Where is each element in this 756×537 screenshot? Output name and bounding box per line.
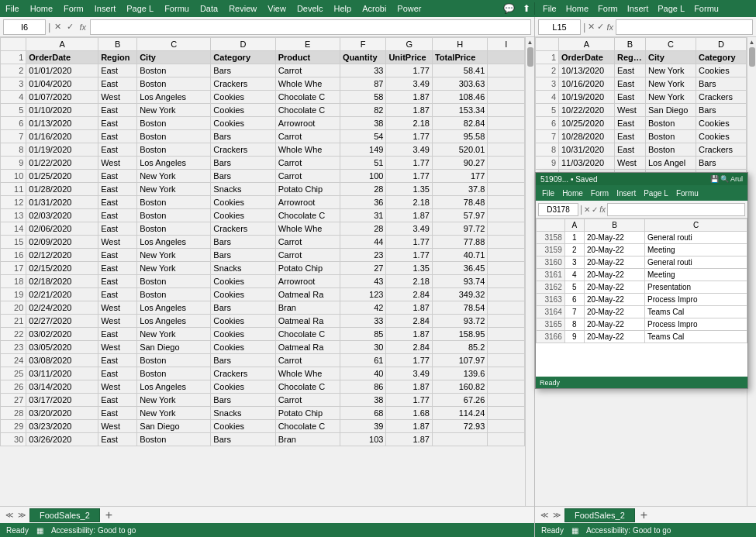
menu-view[interactable]: View xyxy=(262,2,292,15)
cell-ref-box-left[interactable] xyxy=(3,19,46,35)
table-row[interactable]: 18 02/18/2020 East Boston Cookies Arrowr… xyxy=(1,275,525,288)
view-icon-r[interactable]: ▦ xyxy=(571,526,578,535)
win-table-row[interactable]: 3159 2 20-May-22 Meeting xyxy=(537,244,747,256)
menu-r-home[interactable]: Home xyxy=(561,2,593,15)
win-table-row[interactable]: 3160 3 20-May-22 General routi xyxy=(537,256,747,269)
menu-r-file[interactable]: File xyxy=(538,2,561,15)
menu-file[interactable]: File xyxy=(0,2,25,15)
table-row[interactable]: 25 03/11/2020 East Boston Crackers Whole… xyxy=(1,367,525,380)
win-table-row[interactable]: 3162 5 20-May-22 Presentation xyxy=(537,281,747,294)
menu-r-form[interactable]: Form xyxy=(593,2,623,15)
table-row[interactable]: 30 03/26/2020 East Boston Bars Bran 103 … xyxy=(1,433,525,446)
second-window-search-icon[interactable]: 🔍 xyxy=(719,175,730,183)
cell-ref-box-right[interactable] xyxy=(538,19,581,35)
table-row[interactable]: 27 03/17/2020 East New York Bars Carrot … xyxy=(1,394,525,407)
cancel-icon[interactable]: ✕ xyxy=(53,22,63,32)
scroll-thumb-right[interactable] xyxy=(749,47,755,67)
table-row[interactable]: 12 01/31/2020 East Boston Cookies Arrowr… xyxy=(1,196,525,209)
win-cell-ref[interactable] xyxy=(538,203,578,216)
table-row[interactable]: 2 01/01/2020 East Boston Bars Carrot 33 … xyxy=(1,64,525,77)
menu-develc[interactable]: Develc xyxy=(292,2,329,15)
table-row[interactable]: 5 01/10/2020 East New York Cookies Choco… xyxy=(1,104,525,117)
menu-acrobi[interactable]: Acrobi xyxy=(357,2,392,15)
table-row[interactable]: 22 03/02/2020 East New York Cookies Choc… xyxy=(1,328,525,341)
scroll-up-arrow[interactable]: ▲ xyxy=(527,39,533,46)
view-normal-icon[interactable]: ▦ xyxy=(36,526,43,535)
win-table-row[interactable]: 3163 6 20-May-22 Process Impro xyxy=(537,294,747,306)
table-row-right[interactable]: 5 10/22/2020 West San Diego Bars xyxy=(536,104,747,117)
win-table-row[interactable]: 3164 7 20-May-22 Teams Cal xyxy=(537,306,747,318)
win-cancel-icon[interactable]: ✕ xyxy=(584,205,590,214)
table-row[interactable]: 19 02/21/2020 East Boston Cookies Oatmea… xyxy=(1,288,525,301)
table-row-right[interactable]: 7 10/28/2020 East Boston Cookies xyxy=(536,130,747,143)
add-sheet-r[interactable]: + xyxy=(637,508,651,522)
table-row-right[interactable]: 4 10/19/2020 East New York Crackers xyxy=(536,91,747,104)
table-row[interactable]: 15 02/09/2020 West Los Angeles Bars Carr… xyxy=(1,236,525,249)
win-menu-form[interactable]: Form xyxy=(587,188,613,198)
win-confirm-icon[interactable]: ✓ xyxy=(592,205,598,214)
menu-form[interactable]: Form xyxy=(58,2,89,15)
win-table-row[interactable]: 3166 9 20-May-22 Teams Cal xyxy=(537,331,747,343)
win-formula-input[interactable] xyxy=(607,203,745,216)
scroll-left-r[interactable]: ≪ xyxy=(538,511,551,519)
table-row[interactable]: 16 02/12/2020 East New York Bars Carrot … xyxy=(1,249,525,262)
menu-formu[interactable]: Formu xyxy=(159,2,195,15)
formula-input-left[interactable] xyxy=(90,19,531,35)
menu-help[interactable]: Help xyxy=(329,2,357,15)
win-menu-home[interactable]: Home xyxy=(558,188,587,198)
table-row[interactable]: 4 01/07/2020 West Los Angeles Cookies Ch… xyxy=(1,91,525,104)
scroll-up-r[interactable]: ▲ xyxy=(749,39,755,46)
table-row[interactable]: 29 03/23/2020 West San Diego Cookies Cho… xyxy=(1,420,525,433)
fx-icon-r[interactable]: fx xyxy=(606,22,613,32)
table-row[interactable]: 6 01/13/2020 East Boston Cookies Arrowro… xyxy=(1,117,525,130)
table-row[interactable]: 17 02/15/2020 East New York Snacks Potat… xyxy=(1,262,525,275)
menu-insert[interactable]: Insert xyxy=(89,2,122,15)
table-row[interactable]: 7 01/16/2020 East Boston Bars Carrot 54 … xyxy=(1,130,525,143)
scroll-thumb-left[interactable] xyxy=(527,47,533,67)
active-sheet-tab-r[interactable]: FoodSales_2 xyxy=(564,508,635,522)
menu-r-insert[interactable]: Insert xyxy=(623,2,654,15)
menu-r-formu[interactable]: Formu xyxy=(689,2,723,15)
cancel-icon-r[interactable]: ✕ xyxy=(588,22,595,32)
table-row[interactable]: 11 01/28/2020 East New York Snacks Potat… xyxy=(1,183,525,196)
menu-pagel[interactable]: Page L xyxy=(121,2,159,15)
menu-r-pagel[interactable]: Page L xyxy=(653,2,689,15)
menu-data[interactable]: Data xyxy=(195,2,223,15)
table-row-right[interactable]: 3 10/16/2020 East New York Bars xyxy=(536,77,747,91)
table-row[interactable]: 14 02/06/2020 East Boston Crackers Whole… xyxy=(1,222,525,236)
table-row[interactable]: 9 01/22/2020 West Los Angeles Bars Carro… xyxy=(1,157,525,170)
win-menu-file[interactable]: File xyxy=(538,188,558,198)
confirm-icon[interactable]: ✓ xyxy=(65,22,75,32)
win-table-row[interactable]: 3165 8 20-May-22 Process Impro xyxy=(537,318,747,331)
table-row-right[interactable]: 8 10/31/2020 East Boston Crackers xyxy=(536,143,747,157)
table-row-right[interactable]: 2 10/13/2020 East New York Cookies xyxy=(536,64,747,77)
win-table-row[interactable]: 3161 4 20-May-22 Meeting xyxy=(537,269,747,281)
table-row[interactable]: 8 01/19/2020 East Boston Crackers Whole … xyxy=(1,143,525,157)
confirm-icon-r[interactable]: ✓ xyxy=(597,22,604,32)
fx-icon[interactable]: fx xyxy=(78,22,88,32)
menu-review[interactable]: Review xyxy=(223,2,262,15)
table-row[interactable]: 26 03/14/2020 West Los Angeles Cookies C… xyxy=(1,380,525,394)
scroll-left-tab[interactable]: ≪ xyxy=(3,511,16,519)
active-sheet-tab[interactable]: FoodSales_2 xyxy=(29,508,100,522)
table-row[interactable]: 13 02/03/2020 East Boston Cookies Chocol… xyxy=(1,209,525,222)
win-table-row[interactable]: 3158 1 20-May-22 General routi xyxy=(537,232,747,244)
table-row[interactable]: 28 03/20/2020 East New York Snacks Potat… xyxy=(1,407,525,420)
table-row[interactable]: 24 03/08/2020 East Boston Bars Carrot 61… xyxy=(1,354,525,367)
table-row-right[interactable]: 9 11/03/2020 West Los Angel Bars xyxy=(536,157,747,170)
win-menu-formu[interactable]: Formu xyxy=(672,188,702,198)
win-menu-insert[interactable]: Insert xyxy=(613,188,640,198)
comment-icon[interactable]: 💬 xyxy=(499,3,519,14)
win-fx-icon[interactable]: fx xyxy=(599,205,606,214)
add-sheet-tab[interactable]: + xyxy=(102,508,116,522)
formula-input-right[interactable] xyxy=(616,19,753,35)
scroll-right-r[interactable]: ≫ xyxy=(551,511,563,519)
scroll-right-tab[interactable]: ≫ xyxy=(16,511,28,519)
share-icon[interactable]: ⬆ xyxy=(519,3,534,14)
menu-power[interactable]: Power xyxy=(392,2,426,15)
table-row[interactable]: 21 02/27/2020 West Los Angeles Cookies O… xyxy=(1,315,525,328)
table-row[interactable]: 3 01/04/2020 East Boston Crackers Whole … xyxy=(1,77,525,91)
table-row[interactable]: 20 02/24/2020 West Los Angeles Bars Bran… xyxy=(1,301,525,315)
table-row[interactable]: 23 03/05/2020 West San Diego Cookies Oat… xyxy=(1,341,525,354)
table-row[interactable]: 10 01/25/2020 East New York Bars Carrot … xyxy=(1,170,525,183)
